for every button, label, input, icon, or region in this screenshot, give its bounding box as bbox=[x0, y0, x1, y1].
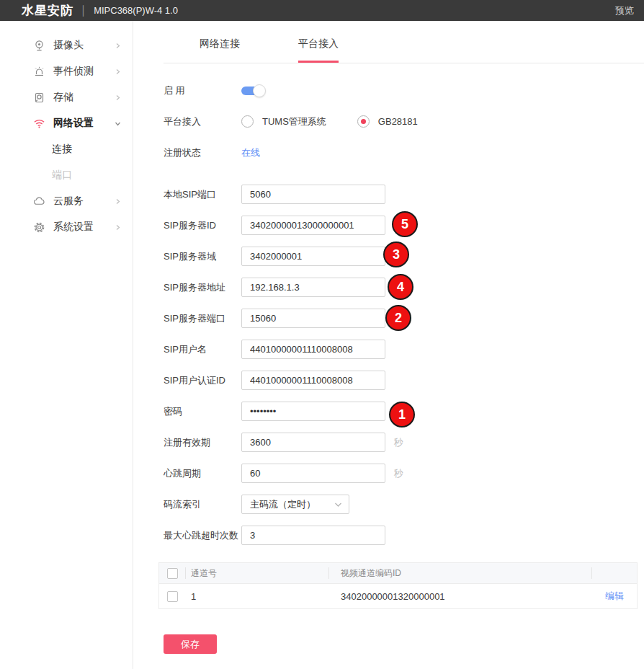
field-row-sip-auth-id: SIP用户认证ID bbox=[164, 371, 644, 390]
sidebar-item-label: 云服务 bbox=[53, 195, 84, 208]
stream-index-value: 主码流（定时） bbox=[250, 498, 316, 511]
sidebar-subitem-label: 端口 bbox=[52, 169, 72, 182]
field-label: 最大心跳超时次数 bbox=[164, 529, 241, 542]
register-validity-input[interactable] bbox=[241, 433, 385, 452]
sidebar-subitem-connection[interactable]: 连接 bbox=[0, 136, 133, 162]
channel-table: 通道号 视频通道编码ID 1 34020000001320000001 编辑 bbox=[158, 562, 638, 609]
sidebar: 摄像头 事件侦测 存储 bbox=[0, 21, 133, 669]
enable-label: 启 用 bbox=[164, 84, 241, 97]
sip-username-input[interactable] bbox=[241, 340, 385, 359]
field-row-password: 密码 1 bbox=[164, 402, 644, 421]
field-row-sip-server-address: SIP服务器地址 4 bbox=[164, 278, 644, 297]
main-content: 网络连接 平台接入 启 用 平台接入 TUMS管理系统 GB28181 bbox=[133, 21, 644, 669]
radio-gb28181-label: GB28181 bbox=[378, 116, 418, 127]
column-header-video-id: 视频通道编码ID bbox=[329, 567, 592, 579]
chevron-right-icon bbox=[115, 224, 121, 231]
step-badge: 4 bbox=[388, 274, 413, 300]
brand-logo: 水星安防 bbox=[22, 2, 73, 19]
wifi-icon bbox=[33, 118, 45, 130]
sidebar-item-label: 摄像头 bbox=[53, 39, 84, 52]
sip-server-domain-input[interactable] bbox=[241, 247, 385, 266]
chevron-down-icon bbox=[334, 502, 342, 508]
sip-server-address-input[interactable] bbox=[241, 278, 385, 297]
field-label: SIP服务器端口 bbox=[164, 312, 241, 325]
chevron-right-icon bbox=[115, 43, 121, 49]
step-badge: 1 bbox=[389, 402, 415, 427]
sidebar-item-camera[interactable]: 摄像头 bbox=[0, 32, 133, 58]
field-row-sip-server-id: SIP服务器ID 5 bbox=[164, 216, 644, 235]
tab-platform-access[interactable]: 平台接入 bbox=[298, 37, 339, 63]
sidebar-item-cloud-service[interactable]: 云服务 bbox=[0, 188, 133, 214]
heartbeat-period-input[interactable] bbox=[241, 464, 385, 483]
save-button[interactable]: 保存 bbox=[164, 634, 217, 654]
sip-auth-id-input[interactable] bbox=[241, 371, 385, 390]
channel-table-header: 通道号 视频通道编码ID bbox=[159, 563, 637, 583]
field-row-local-sip-port: 本地SIP端口 bbox=[164, 185, 644, 204]
sidebar-item-label: 存储 bbox=[53, 91, 73, 104]
tab-bar: 网络连接 平台接入 bbox=[164, 21, 644, 63]
step-badge: 3 bbox=[383, 242, 409, 267]
sidebar-item-event-detection[interactable]: 事件侦测 bbox=[0, 58, 133, 84]
toggle-knob bbox=[253, 84, 266, 97]
field-label: SIP服务器地址 bbox=[164, 281, 241, 294]
platform-label: 平台接入 bbox=[164, 115, 241, 128]
sidebar-item-label: 系统设置 bbox=[53, 221, 94, 234]
select-all-checkbox[interactable] bbox=[167, 568, 178, 579]
column-header-channel: 通道号 bbox=[186, 567, 329, 579]
step-badge: 2 bbox=[385, 305, 411, 331]
field-row-sip-username: SIP用户名 bbox=[164, 340, 644, 359]
field-label: 心跳周期 bbox=[164, 467, 241, 480]
platform-row: 平台接入 TUMS管理系统 GB28181 bbox=[164, 112, 644, 131]
field-label: SIP用户认证ID bbox=[164, 374, 241, 387]
sidebar-item-system-settings[interactable]: 系统设置 bbox=[0, 214, 133, 240]
field-row-max-heartbeat-timeout: 最大心跳超时次数 bbox=[164, 526, 644, 545]
edit-link[interactable]: 编辑 bbox=[605, 590, 624, 603]
password-input[interactable] bbox=[241, 402, 385, 421]
alarm-icon bbox=[33, 66, 45, 78]
field-label: 注册有效期 bbox=[164, 436, 241, 449]
enable-row: 启 用 bbox=[164, 81, 644, 100]
cloud-icon bbox=[33, 195, 45, 208]
chevron-right-icon bbox=[115, 198, 121, 205]
sidebar-item-label: 事件侦测 bbox=[53, 65, 94, 78]
video-channel-id-cell: 34020000001320000001 bbox=[329, 591, 592, 602]
field-row-heartbeat-period: 心跳周期 秒 bbox=[164, 464, 644, 483]
row-checkbox[interactable] bbox=[167, 591, 178, 602]
platform-access-form: 启 用 平台接入 TUMS管理系统 GB28181 注册状态 在 bbox=[164, 63, 644, 654]
platform-radio-group: TUMS管理系统 GB28181 bbox=[241, 115, 418, 128]
radio-tums-label: TUMS管理系统 bbox=[262, 115, 326, 128]
tab-network-connection[interactable]: 网络连接 bbox=[200, 37, 240, 63]
field-row-stream-index: 码流索引 主码流（定时） bbox=[164, 495, 644, 514]
field-label: 本地SIP端口 bbox=[164, 188, 241, 201]
preview-link[interactable]: 预览 bbox=[615, 4, 634, 17]
enable-toggle[interactable] bbox=[241, 84, 266, 97]
camera-icon bbox=[33, 40, 45, 52]
topbar: 水星安防 │ MIPC368(P)W-4 1.0 预览 bbox=[0, 0, 644, 21]
chevron-right-icon bbox=[115, 94, 121, 101]
status-label: 注册状态 bbox=[164, 146, 241, 159]
channel-number-cell: 1 bbox=[186, 591, 329, 602]
column-header-action bbox=[592, 567, 637, 579]
chevron-right-icon bbox=[115, 68, 121, 75]
field-label: SIP用户名 bbox=[164, 343, 241, 356]
field-label: SIP服务器ID bbox=[164, 219, 241, 232]
field-row-register-validity: 注册有效期 秒 bbox=[164, 433, 644, 452]
chevron-down-icon bbox=[115, 120, 121, 127]
sidebar-item-storage[interactable]: 存储 bbox=[0, 84, 133, 110]
seconds-unit: 秒 bbox=[394, 467, 403, 480]
gear-icon bbox=[33, 221, 45, 234]
max-heartbeat-timeout-input[interactable] bbox=[241, 526, 385, 545]
storage-icon bbox=[33, 92, 45, 104]
field-label: 码流索引 bbox=[164, 498, 241, 511]
sip-server-id-input[interactable] bbox=[241, 216, 385, 235]
radio-gb28181[interactable] bbox=[357, 115, 370, 128]
sidebar-subitem-port[interactable]: 端口 bbox=[0, 162, 133, 188]
status-row: 注册状态 在线 bbox=[164, 143, 644, 162]
device-model: MIPC368(P)W-4 1.0 bbox=[94, 5, 178, 16]
local-sip-port-input[interactable] bbox=[241, 185, 385, 204]
sidebar-item-network-settings[interactable]: 网络设置 bbox=[0, 110, 133, 136]
stream-index-select[interactable]: 主码流（定时） bbox=[241, 495, 349, 514]
sip-server-port-input[interactable] bbox=[241, 309, 385, 328]
table-row: 1 34020000001320000001 编辑 bbox=[159, 583, 637, 608]
radio-tums[interactable] bbox=[241, 115, 254, 128]
